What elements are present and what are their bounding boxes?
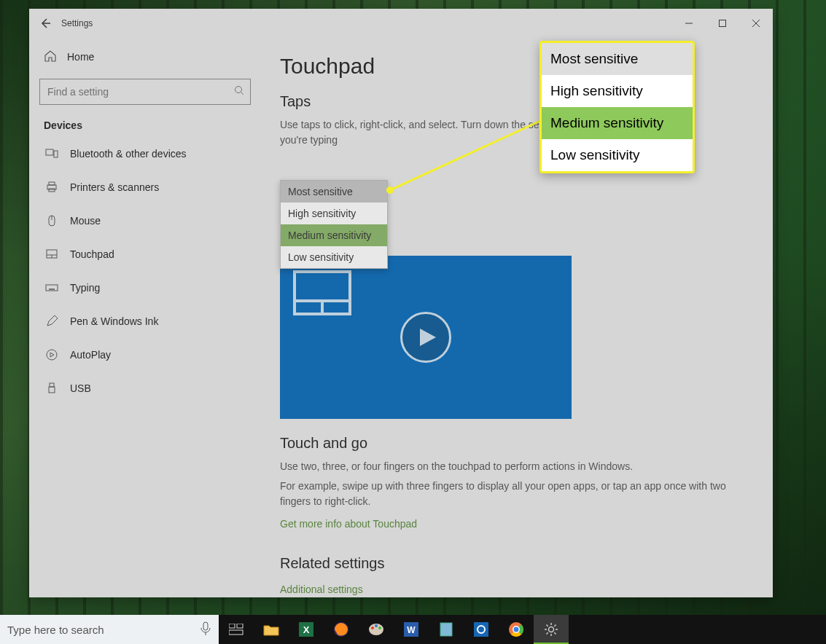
excel-icon: X	[299, 622, 313, 637]
sidebar-item-mouse[interactable]: Mouse	[39, 204, 251, 237]
callout-dropdown-zoom: Most sensitive High sensitivity Medium s…	[539, 41, 695, 173]
chrome-icon	[508, 621, 524, 637]
firefox-icon	[333, 621, 349, 637]
sidebar-home-label: Home	[67, 51, 94, 63]
dropdown-option[interactable]: High sensitivity	[281, 203, 387, 224]
printer-icon	[44, 181, 60, 194]
word-icon: W	[404, 622, 418, 637]
taskbar-search[interactable]: Type here to search	[0, 615, 219, 644]
taskbar-word[interactable]: W	[394, 615, 429, 644]
svg-rect-2	[720, 20, 726, 27]
sidebar-item-label: AutoPlay	[70, 349, 111, 361]
arrow-left-icon	[39, 17, 51, 29]
svg-rect-10	[49, 182, 55, 185]
sidebar-category: Devices	[44, 119, 251, 131]
dropdown-option[interactable]: Most sensitive	[281, 181, 387, 203]
sidebar-item-label: Bluetooth & other devices	[70, 148, 187, 160]
callout-option: Low sensitivity	[542, 139, 693, 171]
sidebar-item-touchpad[interactable]: Touchpad	[39, 237, 251, 271]
svg-line-58	[547, 625, 548, 627]
taskbar-chrome[interactable]	[499, 615, 534, 644]
svg-point-5	[235, 87, 242, 93]
sidebar-item-typing[interactable]: Typing	[39, 271, 251, 305]
outlook-icon	[474, 622, 488, 637]
taskbar-excel[interactable]: X	[289, 615, 324, 644]
callout-option: Most sensitive	[542, 43, 693, 75]
sidebar-item-label: Pen & Windows Ink	[70, 315, 158, 327]
callout-option: Medium sensitivity	[542, 107, 693, 139]
maximize-icon	[718, 19, 727, 28]
close-button[interactable]	[739, 9, 773, 38]
svg-rect-35	[229, 630, 243, 635]
svg-rect-34	[237, 624, 243, 628]
keyboard-icon	[44, 281, 60, 294]
taskbar-settings[interactable]	[534, 615, 569, 644]
play-button[interactable]	[400, 312, 451, 363]
taskbar: Type here to search X W	[0, 615, 826, 644]
sensitivity-dropdown[interactable]: Most sensitive High sensitivity Medium s…	[280, 180, 388, 269]
svg-rect-45	[440, 623, 452, 636]
close-icon	[752, 19, 760, 28]
sidebar-home[interactable]: Home	[39, 41, 251, 73]
notepad-icon	[440, 622, 453, 637]
pen-icon	[44, 315, 60, 328]
section-touch-heading: Touch and go	[280, 435, 754, 452]
minimize-icon	[685, 19, 693, 28]
touch-desc-1: Use two, three, or four fingers on the t…	[280, 459, 747, 474]
svg-line-61	[554, 625, 556, 627]
svg-point-53	[549, 627, 554, 632]
svg-point-52	[514, 627, 519, 632]
microphone-icon[interactable]	[200, 621, 211, 638]
svg-rect-8	[54, 151, 58, 157]
sidebar-item-autoplay[interactable]: AutoPlay	[39, 338, 251, 372]
folder-icon	[263, 623, 279, 636]
task-view-icon	[229, 624, 243, 635]
back-button[interactable]	[29, 9, 61, 38]
taskbar-outlook[interactable]	[464, 615, 499, 644]
play-icon	[418, 327, 437, 347]
home-icon	[44, 50, 57, 65]
svg-rect-24	[50, 383, 54, 387]
sidebar-item-label: Touchpad	[70, 248, 114, 260]
svg-rect-7	[46, 149, 53, 155]
search-icon	[234, 85, 244, 98]
taskbar-notepad[interactable]	[429, 615, 464, 644]
additional-settings-link[interactable]: Additional settings	[280, 584, 363, 595]
search-input[interactable]	[46, 85, 234, 98]
window-title: Settings	[61, 18, 93, 28]
sidebar-item-label: USB	[70, 382, 91, 394]
demo-video[interactable]	[280, 256, 572, 419]
svg-point-41	[375, 624, 378, 627]
minimize-button[interactable]	[672, 9, 706, 38]
sidebar-item-usb[interactable]: USB	[39, 372, 251, 405]
dropdown-option-selected[interactable]: Medium sensitivity	[281, 224, 387, 246]
sidebar-item-label: Mouse	[70, 215, 101, 227]
palette-icon	[368, 622, 384, 637]
taskbar-firefox[interactable]	[324, 615, 359, 644]
taskbar-file-explorer[interactable]	[254, 615, 289, 644]
section-related-heading: Related settings	[280, 555, 754, 572]
titlebar: Settings	[29, 9, 773, 38]
sidebar-item-pen[interactable]: Pen & Windows Ink	[39, 305, 251, 338]
dropdown-option[interactable]: Low sensitivity	[281, 246, 387, 268]
sidebar-search[interactable]	[39, 79, 251, 105]
taskbar-search-placeholder: Type here to search	[7, 624, 104, 636]
touchpad-icon	[44, 248, 60, 261]
svg-line-59	[554, 632, 556, 634]
callout-option: High sensitivity	[542, 75, 693, 107]
svg-rect-25	[49, 387, 55, 393]
taskbar-paint[interactable]	[359, 615, 394, 644]
svg-rect-46	[474, 622, 488, 637]
task-view-button[interactable]	[219, 615, 254, 644]
sidebar-item-label: Typing	[70, 282, 100, 294]
devices-icon	[44, 147, 60, 160]
svg-point-23	[47, 350, 57, 360]
svg-rect-33	[229, 624, 235, 628]
touchpad-info-link[interactable]: Get more info about Touchpad	[280, 518, 417, 530]
sidebar-item-bluetooth[interactable]: Bluetooth & other devices	[39, 137, 251, 170]
sidebar-item-printers[interactable]: Printers & scanners	[39, 170, 251, 204]
svg-point-42	[378, 627, 381, 629]
svg-point-40	[371, 627, 374, 629]
maximize-button[interactable]	[706, 9, 739, 38]
svg-line-6	[241, 93, 244, 95]
